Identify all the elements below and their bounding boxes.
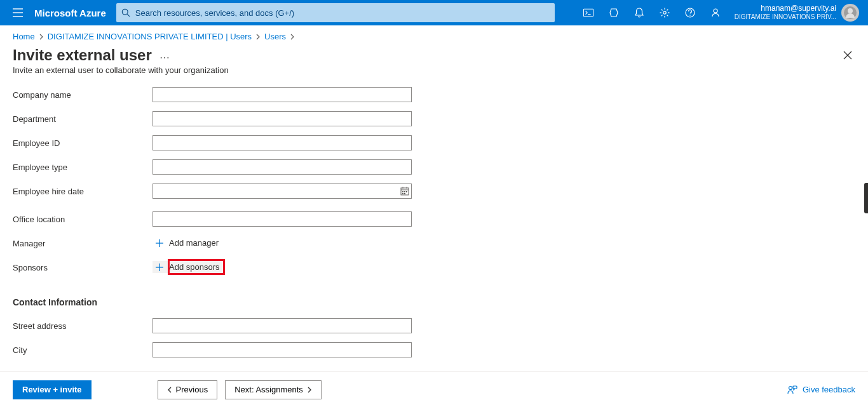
plus-icon	[155, 239, 164, 248]
give-feedback-label: Give feedback	[803, 385, 855, 394]
page-heading-row: Invite external user ⋯	[0, 45, 868, 64]
help-icon[interactable]	[677, 0, 703, 25]
next-label: Next: Assignments	[234, 385, 303, 394]
topbar-actions	[576, 0, 728, 25]
page-title: Invite external user	[13, 46, 152, 64]
svg-line-15	[661, 15, 662, 17]
svg-point-17	[689, 15, 691, 16]
contact-information-heading: Contact Information	[13, 297, 855, 307]
manager-label: Manager	[13, 239, 153, 248]
employee-type-input[interactable]	[153, 159, 412, 175]
employee-id-label: Employee ID	[13, 138, 153, 148]
chevron-left-icon	[167, 387, 172, 393]
account-org: DIGITAMIZE INNOVATIONS PRIV...	[735, 13, 836, 22]
street-address-label: Street address	[13, 321, 153, 331]
street-address-input[interactable]	[153, 318, 412, 333]
previous-label: Previous	[176, 385, 208, 394]
account-email: hmanam@supervity.ai	[761, 4, 836, 13]
calendar-icon[interactable]	[400, 187, 409, 196]
svg-rect-28	[402, 193, 403, 194]
review-invite-button[interactable]: Review + invite	[13, 380, 92, 399]
avatar	[841, 4, 859, 22]
svg-rect-26	[404, 191, 405, 192]
more-actions-button[interactable]: ⋯	[159, 48, 170, 63]
sponsors-label: Sponsors	[13, 263, 153, 272]
breadcrumb-users[interactable]: Users	[264, 32, 286, 41]
next-button[interactable]: Next: Assignments	[225, 380, 322, 399]
department-label: Department	[13, 114, 153, 124]
city-input[interactable]	[153, 342, 412, 357]
search-input[interactable]	[130, 8, 550, 18]
form-scroll-area[interactable]: Company name Department Employee ID Empl…	[0, 83, 868, 371]
hamburger-menu-button[interactable]	[5, 8, 31, 17]
global-search[interactable]	[116, 3, 555, 22]
cloud-shell-icon[interactable]	[576, 0, 601, 25]
chevron-right-icon	[39, 34, 44, 40]
previous-button[interactable]: Previous	[158, 380, 218, 399]
settings-icon[interactable]	[652, 0, 677, 25]
topbar: Microsoft Azure hmanam@supervity.ai DIGI…	[0, 0, 868, 25]
svg-point-3	[122, 9, 128, 15]
feedback-icon[interactable]	[703, 0, 728, 25]
notifications-icon[interactable]	[627, 0, 652, 25]
svg-rect-25	[402, 191, 403, 192]
office-location-input[interactable]	[153, 211, 412, 227]
footer: Review + invite Previous Next: Assignmen…	[0, 371, 868, 407]
office-location-label: Office location	[13, 215, 153, 224]
svg-rect-35	[793, 386, 797, 389]
svg-rect-29	[404, 193, 405, 194]
svg-line-4	[127, 14, 130, 17]
search-icon	[121, 8, 130, 17]
give-feedback-link[interactable]: Give feedback	[787, 385, 855, 395]
plus-icon	[155, 263, 164, 272]
company-name-input[interactable]	[153, 87, 412, 102]
close-blade-button[interactable]	[843, 50, 855, 60]
svg-line-14	[667, 10, 668, 11]
department-input[interactable]	[153, 111, 412, 126]
breadcrumb-home[interactable]: Home	[13, 32, 35, 41]
company-name-label: Company name	[13, 90, 153, 100]
svg-point-7	[663, 11, 666, 14]
svg-line-12	[661, 10, 662, 11]
review-invite-label: Review + invite	[22, 385, 82, 394]
svg-point-34	[789, 386, 792, 389]
breadcrumb: Home DIGITAMIZE INNOVATIONS PRIVATE LIMI…	[0, 25, 868, 45]
svg-line-13	[667, 15, 668, 17]
chevron-right-icon	[307, 387, 312, 393]
svg-rect-27	[406, 191, 407, 192]
employee-hire-date-input[interactable]	[153, 183, 412, 199]
breadcrumb-org-users[interactable]: DIGITAMIZE INNOVATIONS PRIVATE LIMITED |…	[48, 32, 252, 41]
svg-rect-5	[583, 9, 593, 17]
add-manager-button[interactable]: Add manager	[153, 237, 221, 249]
brand-label[interactable]: Microsoft Azure	[31, 8, 116, 18]
employee-hire-date-label: Employee hire date	[13, 187, 153, 196]
account-menu[interactable]: hmanam@supervity.ai DIGITAMIZE INNOVATIO…	[728, 4, 863, 22]
page-subtitle: Invite an external user to collaborate w…	[0, 64, 868, 83]
chevron-right-icon	[255, 34, 261, 40]
chevron-right-icon	[290, 34, 295, 40]
employee-type-label: Employee type	[13, 163, 153, 172]
person-feedback-icon	[787, 385, 797, 395]
employee-id-input[interactable]	[153, 135, 412, 150]
city-label: City	[13, 345, 153, 355]
add-sponsors-label: Add sponsors	[169, 262, 220, 272]
svg-point-18	[714, 9, 717, 13]
add-sponsors-button[interactable]: Add sponsors	[153, 261, 222, 273]
add-manager-label: Add manager	[169, 238, 219, 248]
copilot-icon[interactable]	[601, 0, 627, 25]
